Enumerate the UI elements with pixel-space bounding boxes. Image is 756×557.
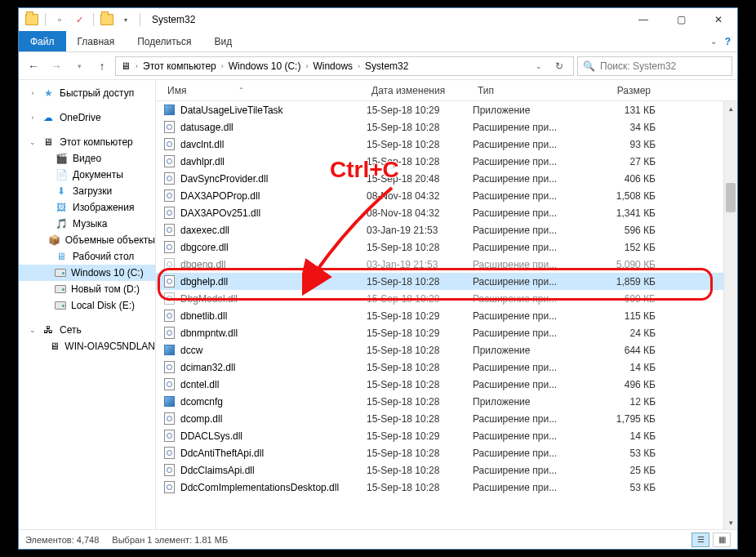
column-size[interactable]: Размер	[579, 85, 656, 96]
nav-forward-button[interactable]: →	[47, 56, 66, 76]
nav-item[interactable]: ⬇Загрузки	[19, 183, 155, 199]
file-row[interactable]: dcomcnfg15-Sep-18 10:28Приложение12 КБ	[156, 393, 737, 410]
file-row[interactable]: dciman32.dll15-Sep-18 10:28Расширение пр…	[156, 359, 737, 376]
search-input[interactable]: 🔍 Поиск: System32	[577, 56, 732, 76]
chevron-down-icon[interactable]: ⌄	[29, 138, 37, 146]
nav-item[interactable]: Windows 10 (C:)	[19, 265, 155, 281]
file-row[interactable]: dcomp.dll15-Sep-18 10:28Расширение при..…	[156, 410, 737, 427]
scroll-down-icon[interactable]: ▾	[724, 515, 737, 529]
chevron-right-icon[interactable]: ›	[356, 62, 362, 70]
file-row[interactable]: davclnt.dll15-Sep-18 10:28Расширение при…	[156, 136, 737, 153]
drive-icon	[55, 301, 66, 310]
file-type: Расширение при...	[473, 465, 579, 476]
file-row[interactable]: DdcAntiTheftApi.dll15-Sep-18 10:28Расшир…	[156, 444, 737, 461]
nav-network[interactable]: ⌄ 🖧 Сеть	[19, 322, 155, 338]
file-list[interactable]: ▴ ▾ DataUsageLiveTileTask15-Sep-18 10:29…	[156, 101, 737, 529]
file-row[interactable]: DAX3APOv251.dll08-Nov-18 04:32Расширение…	[156, 204, 737, 221]
breadcrumb-segment[interactable]: Windows 10 (C:)	[227, 60, 303, 72]
file-type: Расширение при...	[473, 293, 579, 305]
maximize-button[interactable]: ▢	[662, 8, 700, 31]
file-row[interactable]: DavSyncProvider.dll15-Sep-18 20:48Расшир…	[156, 170, 737, 187]
file-row[interactable]: davhlpr.dll15-Sep-18 10:28Расширение при…	[156, 153, 737, 170]
breadcrumb-dropdown-icon[interactable]: ⌄	[532, 62, 550, 70]
folder-icon: ⬇	[55, 185, 68, 197]
scrollbar-thumb[interactable]	[726, 183, 736, 212]
breadcrumb-segment[interactable]: System32	[363, 60, 410, 72]
file-row[interactable]: dbnmpntw.dll15-Sep-18 10:29Расширение пр…	[156, 324, 737, 341]
file-type: Расширение при...	[473, 448, 579, 459]
nav-item[interactable]: Новый том (D:)	[19, 281, 155, 297]
dll-icon	[162, 121, 176, 134]
chevron-down-icon[interactable]: ⌄	[29, 326, 37, 334]
ribbon-expand-icon[interactable]: ⌄	[710, 37, 717, 46]
nav-network-computer[interactable]: 🖥 WIN-OIA9C5NDLAN	[19, 338, 155, 354]
nav-this-pc[interactable]: ⌄ 🖥 Этот компьютер	[19, 134, 155, 150]
file-type: Расширение при...	[473, 413, 579, 425]
chevron-right-icon[interactable]: ›	[134, 62, 140, 70]
file-date: 08-Nov-18 04:32	[367, 207, 473, 219]
dll-icon	[162, 258, 176, 271]
file-row[interactable]: DDACLSys.dll15-Sep-18 10:29Расширение пр…	[156, 427, 737, 444]
nav-item[interactable]: 🖼Изображения	[19, 199, 155, 216]
minimize-button[interactable]: —	[625, 8, 662, 31]
file-row[interactable]: DbgModel.dll15-Sep-18 10:28Расширение пр…	[156, 290, 737, 307]
file-row[interactable]: DataUsageLiveTileTask15-Sep-18 10:29Прил…	[156, 101, 737, 118]
file-row[interactable]: DdcComImplementationsDesktop.dll15-Sep-1…	[156, 479, 737, 496]
nav-item[interactable]: 🎬Видео	[19, 150, 155, 167]
tab-view[interactable]: Вид	[202, 31, 243, 51]
file-name: DavSyncProvider.dll	[180, 173, 268, 185]
file-row[interactable]: dbghelp.dll15-Sep-18 10:28Расширение при…	[156, 273, 737, 290]
view-tiles-button[interactable]: ▦	[713, 532, 731, 547]
chevron-right-icon[interactable]: ›	[29, 114, 37, 122]
tab-home[interactable]: Главная	[66, 31, 127, 51]
file-name: davclnt.dll	[180, 139, 224, 150]
file-row[interactable]: datusage.dll15-Sep-18 10:28Расширение пр…	[156, 118, 737, 136]
view-details-button[interactable]: ☰	[692, 532, 709, 547]
nav-onedrive[interactable]: › ☁ OneDrive	[19, 109, 155, 126]
chevron-right-icon[interactable]: ›	[29, 89, 37, 97]
nav-up-button[interactable]: ↑	[92, 56, 112, 76]
file-row[interactable]: dcntel.dll15-Sep-18 10:28Расширение при.…	[156, 376, 737, 393]
column-date[interactable]: Дата изменения	[367, 85, 473, 96]
nav-item[interactable]: Local Disk (E:)	[19, 297, 155, 314]
file-row[interactable]: DdcClaimsApi.dll15-Sep-18 10:28Расширени…	[156, 461, 737, 479]
ribbon-tabs: Файл Главная Поделиться Вид ⌄ ?	[19, 31, 737, 52]
scroll-up-icon[interactable]: ▴	[724, 101, 737, 115]
breadcrumb-segment[interactable]: Этот компьютер	[141, 60, 218, 72]
refresh-icon[interactable]: ↻	[552, 60, 570, 72]
file-row[interactable]: dbgcore.dll15-Sep-18 10:28Расширение при…	[156, 238, 737, 256]
file-row[interactable]: DAX3APOProp.dll08-Nov-18 04:32Расширение…	[156, 187, 737, 204]
nav-item[interactable]: 🎵Музыка	[19, 216, 155, 232]
chevron-right-icon[interactable]: ›	[304, 62, 309, 70]
file-name: daxexec.dll	[180, 225, 229, 236]
column-type[interactable]: Тип	[473, 85, 579, 96]
nav-item[interactable]: 📄Документы	[19, 167, 155, 183]
dll-icon	[162, 481, 176, 494]
nav-item[interactable]: 📦Объемные объекты	[19, 232, 155, 248]
file-row[interactable]: dbnetlib.dll15-Sep-18 10:29Расширение пр…	[156, 307, 737, 324]
breadcrumb[interactable]: 🖥 › Этот компьютер › Windows 10 (C:) › W…	[115, 56, 574, 76]
nav-back-button[interactable]: ←	[24, 56, 43, 76]
file-size: 1,795 КБ	[579, 413, 656, 425]
file-date: 15-Sep-18 10:28	[367, 413, 473, 425]
close-button[interactable]: ✕	[700, 8, 737, 31]
nav-recent-icon[interactable]: ▾	[69, 56, 89, 76]
breadcrumb-segment[interactable]: Windows	[311, 60, 354, 72]
file-type: Расширение при...	[473, 362, 579, 373]
nav-item[interactable]: 🖥Рабочий стол	[19, 248, 155, 265]
file-row[interactable]: daxexec.dll03-Jan-19 21:53Расширение при…	[156, 221, 737, 238]
file-row[interactable]: dbgeng.dll03-Jan-19 21:53Расширение при.…	[156, 256, 737, 273]
column-name[interactable]: Имя ⌃	[162, 85, 367, 96]
application-icon	[162, 395, 176, 408]
scrollbar-vertical[interactable]: ▴ ▾	[723, 101, 737, 529]
qat-dropdown-icon[interactable]: ▾	[118, 12, 133, 27]
nav-quick-access[interactable]: › ★ Быстрый доступ	[19, 85, 155, 101]
tab-file[interactable]: Файл	[19, 31, 66, 51]
tab-share[interactable]: Поделиться	[126, 31, 202, 51]
chevron-right-icon[interactable]: ›	[220, 62, 225, 70]
file-type: Расширение при...	[473, 310, 579, 322]
qat-properties-icon[interactable]: ▫	[52, 12, 67, 27]
qat-check-icon[interactable]: ✓	[72, 12, 87, 27]
help-icon[interactable]: ?	[725, 36, 731, 47]
file-row[interactable]: dccw15-Sep-18 10:28Приложение644 КБ	[156, 341, 737, 359]
